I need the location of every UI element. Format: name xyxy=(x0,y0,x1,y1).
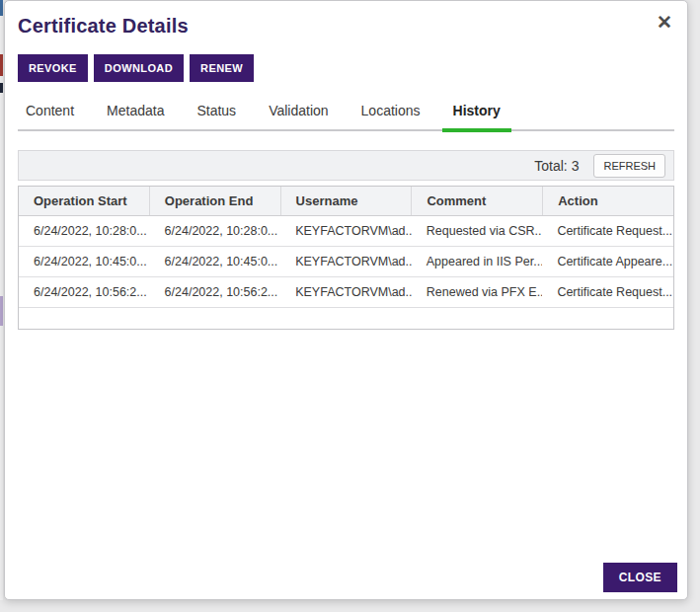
background-sliver xyxy=(0,54,3,76)
tab-status[interactable]: Status xyxy=(194,103,238,129)
modal-title: Certificate Details xyxy=(18,13,674,38)
tab-locations[interactable]: Locations xyxy=(359,103,423,129)
cell-username: KEYFACTORVM\ad... xyxy=(280,277,412,307)
refresh-button[interactable]: REFRESH xyxy=(593,154,665,178)
cell-operation-start: 6/24/2022, 10:56:2... xyxy=(19,277,150,307)
cell-username: KEYFACTORVM\ad... xyxy=(280,247,412,276)
close-button[interactable]: CLOSE xyxy=(603,563,677,592)
table-header-row: Operation Start Operation End Username C… xyxy=(19,187,673,216)
modal-header: Certificate Details ✕ xyxy=(18,13,674,38)
renew-button[interactable]: RENEW xyxy=(190,54,254,82)
cell-action: Certificate Request... xyxy=(542,277,673,307)
tab-validation[interactable]: Validation xyxy=(267,103,330,129)
cell-action: Certificate Request... xyxy=(542,216,673,246)
certificate-details-modal: Certificate Details ✕ REVOKE DOWNLOAD RE… xyxy=(4,0,688,600)
background-sliver xyxy=(0,83,3,93)
cell-operation-start: 6/24/2022, 10:28:0... xyxy=(19,216,150,246)
column-header-operation-start[interactable]: Operation Start xyxy=(19,187,149,215)
cell-operation-end: 6/24/2022, 10:28:0... xyxy=(150,216,281,246)
table-row[interactable]: 6/24/2022, 10:28:0... 6/24/2022, 10:28:0… xyxy=(19,216,673,247)
grid-toolbar: Total: 3 REFRESH xyxy=(18,150,674,181)
column-header-action[interactable]: Action xyxy=(542,187,673,215)
cell-comment: Requested via CSR... xyxy=(412,216,543,246)
revoke-button[interactable]: REVOKE xyxy=(18,54,88,82)
total-count: Total: 3 xyxy=(534,158,579,174)
cell-action: Certificate Appeare... xyxy=(542,247,673,276)
cell-comment: Appeared in IIS Per... xyxy=(412,247,543,276)
tab-metadata[interactable]: Metadata xyxy=(105,103,166,129)
column-header-username[interactable]: Username xyxy=(280,187,412,215)
download-button[interactable]: DOWNLOAD xyxy=(94,54,184,82)
modal-footer: CLOSE xyxy=(603,563,677,592)
cell-operation-end: 6/24/2022, 10:56:2... xyxy=(150,277,281,307)
history-panel: Total: 3 REFRESH Operation Start Operati… xyxy=(18,150,674,330)
tab-history[interactable]: History xyxy=(451,103,503,129)
history-table: Operation Start Operation End Username C… xyxy=(18,186,674,330)
tab-content[interactable]: Content xyxy=(24,103,76,129)
table-row[interactable]: 6/24/2022, 10:45:0... 6/24/2022, 10:45:0… xyxy=(19,247,673,277)
column-header-operation-end[interactable]: Operation End xyxy=(149,187,280,215)
tab-bar: Content Metadata Status Validation Locat… xyxy=(18,103,674,131)
cell-comment: Renewed via PFX E... xyxy=(412,277,543,307)
table-row-empty xyxy=(19,308,673,329)
background-sliver xyxy=(0,0,3,16)
action-button-row: REVOKE DOWNLOAD RENEW xyxy=(18,54,674,82)
close-icon[interactable]: ✕ xyxy=(657,13,672,32)
column-header-comment[interactable]: Comment xyxy=(411,187,542,215)
background-sliver xyxy=(0,296,3,326)
table-row[interactable]: 6/24/2022, 10:56:2... 6/24/2022, 10:56:2… xyxy=(19,277,673,308)
cell-username: KEYFACTORVM\ad... xyxy=(280,216,412,246)
cell-operation-end: 6/24/2022, 10:45:0... xyxy=(150,247,281,276)
cell-operation-start: 6/24/2022, 10:45:0... xyxy=(19,247,150,276)
